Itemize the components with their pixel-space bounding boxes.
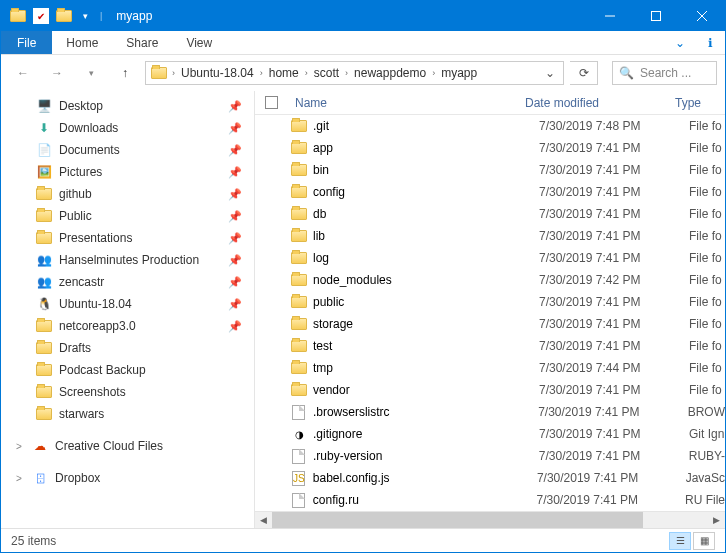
- tab-share[interactable]: Share: [112, 31, 172, 54]
- refresh-button[interactable]: ⟳: [570, 61, 598, 85]
- file-row[interactable]: public 7/30/2019 7:41 PM File fo: [255, 291, 725, 313]
- chevron-right-icon[interactable]: ›: [428, 68, 439, 78]
- search-placeholder: Search ...: [640, 66, 691, 80]
- ribbon-help-icon[interactable]: ℹ: [695, 31, 725, 54]
- chevron-right-icon[interactable]: ›: [341, 68, 352, 78]
- qat-customize-icon[interactable]: ▾: [79, 11, 92, 21]
- file-tab[interactable]: File: [1, 31, 52, 54]
- details-view-button[interactable]: ☰: [669, 532, 691, 550]
- ribbon-expand-icon[interactable]: ⌄: [665, 31, 695, 54]
- pictures-icon: 🖼️: [35, 163, 53, 181]
- breadcrumb-item[interactable]: scott: [312, 66, 341, 80]
- back-button[interactable]: ←: [9, 59, 37, 87]
- file-row[interactable]: vendor 7/30/2019 7:41 PM File fo: [255, 379, 725, 401]
- expand-icon[interactable]: >: [13, 441, 25, 452]
- forward-button[interactable]: →: [43, 59, 71, 87]
- nav-item[interactable]: 🖥️ Desktop 📌: [1, 95, 254, 117]
- search-input[interactable]: 🔍 Search ...: [612, 61, 717, 85]
- file-row[interactable]: .git 7/30/2019 7:48 PM File fo: [255, 115, 725, 137]
- maximize-button[interactable]: [633, 1, 679, 31]
- file-type: RUBY-: [689, 449, 725, 463]
- nav-root-label: Creative Cloud Files: [55, 439, 254, 453]
- folder-icon: [289, 337, 309, 355]
- column-type[interactable]: Type: [669, 96, 725, 110]
- file-icon: [289, 491, 309, 509]
- scroll-left-icon[interactable]: ◀: [255, 512, 272, 529]
- item-count: 25 items: [11, 534, 56, 548]
- folder-icon: [35, 405, 53, 423]
- dropbox-icon: ⌹: [31, 469, 49, 487]
- file-row[interactable]: app 7/30/2019 7:41 PM File fo: [255, 137, 725, 159]
- file-row[interactable]: ◑ .gitignore 7/30/2019 7:41 PM Git Ign: [255, 423, 725, 445]
- file-row[interactable]: log 7/30/2019 7:41 PM File fo: [255, 247, 725, 269]
- column-date[interactable]: Date modified: [519, 96, 669, 110]
- file-row[interactable]: JS babel.config.js 7/30/2019 7:41 PM Jav…: [255, 467, 725, 489]
- properties-icon[interactable]: ✔: [33, 8, 49, 24]
- horizontal-scrollbar[interactable]: ◀ ▶: [255, 511, 725, 528]
- breadcrumb[interactable]: › Ubuntu-18.04 › home › scott › newappde…: [145, 61, 564, 85]
- file-row[interactable]: config 7/30/2019 7:41 PM File fo: [255, 181, 725, 203]
- scroll-right-icon[interactable]: ▶: [708, 512, 725, 529]
- nav-item[interactable]: 📄 Documents 📌: [1, 139, 254, 161]
- chevron-right-icon[interactable]: ›: [256, 68, 267, 78]
- tab-view[interactable]: View: [172, 31, 226, 54]
- expand-icon[interactable]: >: [13, 473, 25, 484]
- nav-item[interactable]: Screenshots: [1, 381, 254, 403]
- nav-item[interactable]: Public 📌: [1, 205, 254, 227]
- select-all-checkbox[interactable]: [265, 96, 278, 109]
- nav-item[interactable]: 👥 Hanselminutes Production 📌: [1, 249, 254, 271]
- new-folder-icon[interactable]: [53, 5, 75, 27]
- nav-item[interactable]: starwars: [1, 403, 254, 425]
- file-type: File fo: [689, 317, 725, 331]
- nav-item[interactable]: ⬇ Downloads 📌: [1, 117, 254, 139]
- file-row[interactable]: storage 7/30/2019 7:41 PM File fo: [255, 313, 725, 335]
- scrollbar-thumb[interactable]: [272, 512, 643, 529]
- nav-item[interactable]: 🖼️ Pictures 📌: [1, 161, 254, 183]
- nav-item[interactable]: Drafts: [1, 337, 254, 359]
- file-row[interactable]: lib 7/30/2019 7:41 PM File fo: [255, 225, 725, 247]
- status-bar: 25 items ☰ ▦: [1, 528, 725, 552]
- breadcrumb-item[interactable]: newappdemo: [352, 66, 428, 80]
- file-row[interactable]: db 7/30/2019 7:41 PM File fo: [255, 203, 725, 225]
- breadcrumb-item[interactable]: myapp: [439, 66, 479, 80]
- recent-locations-icon[interactable]: ▾: [77, 59, 105, 87]
- file-row[interactable]: bin 7/30/2019 7:41 PM File fo: [255, 159, 725, 181]
- close-button[interactable]: [679, 1, 725, 31]
- nav-item[interactable]: Presentations 📌: [1, 227, 254, 249]
- chevron-right-icon[interactable]: ›: [301, 68, 312, 78]
- breadcrumb-item[interactable]: home: [267, 66, 301, 80]
- nav-item[interactable]: github 📌: [1, 183, 254, 205]
- chevron-right-icon[interactable]: ›: [168, 68, 179, 78]
- breadcrumb-dropdown-icon[interactable]: ⌄: [537, 66, 563, 80]
- navigation-pane[interactable]: 🖥️ Desktop 📌⬇ Downloads 📌📄 Documents 📌🖼️…: [1, 91, 255, 528]
- title-bar: ✔ ▾ | myapp: [1, 1, 725, 31]
- file-row[interactable]: .browserslistrc 7/30/2019 7:41 PM BROW: [255, 401, 725, 423]
- column-name[interactable]: Name: [289, 96, 519, 110]
- pin-icon: 📌: [228, 210, 254, 223]
- file-row[interactable]: config.ru 7/30/2019 7:41 PM RU File: [255, 489, 725, 511]
- file-row[interactable]: node_modules 7/30/2019 7:42 PM File fo: [255, 269, 725, 291]
- file-date: 7/30/2019 7:42 PM: [539, 273, 689, 287]
- file-type: File fo: [689, 141, 725, 155]
- file-name: db: [309, 207, 539, 221]
- file-date: 7/30/2019 7:41 PM: [539, 295, 689, 309]
- tab-home[interactable]: Home: [52, 31, 112, 54]
- nav-root[interactable]: > ☁ Creative Cloud Files: [1, 435, 254, 457]
- file-type: Git Ign: [689, 427, 725, 441]
- nav-item[interactable]: 🐧 Ubuntu-18.04 📌: [1, 293, 254, 315]
- breadcrumb-item[interactable]: Ubuntu-18.04: [179, 66, 256, 80]
- nav-item-label: Ubuntu-18.04: [59, 297, 222, 311]
- nav-item[interactable]: Podcast Backup: [1, 359, 254, 381]
- file-row[interactable]: tmp 7/30/2019 7:44 PM File fo: [255, 357, 725, 379]
- folder-icon: [35, 361, 53, 379]
- nav-item[interactable]: 👥 zencastr 📌: [1, 271, 254, 293]
- file-name: storage: [309, 317, 539, 331]
- file-date: 7/30/2019 7:48 PM: [539, 119, 689, 133]
- up-button[interactable]: ↑: [111, 59, 139, 87]
- minimize-button[interactable]: [587, 1, 633, 31]
- file-row[interactable]: test 7/30/2019 7:41 PM File fo: [255, 335, 725, 357]
- nav-root[interactable]: > ⌹ Dropbox: [1, 467, 254, 489]
- nav-item[interactable]: netcoreapp3.0 📌: [1, 315, 254, 337]
- file-row[interactable]: .ruby-version 7/30/2019 7:41 PM RUBY-: [255, 445, 725, 467]
- large-icons-view-button[interactable]: ▦: [693, 532, 715, 550]
